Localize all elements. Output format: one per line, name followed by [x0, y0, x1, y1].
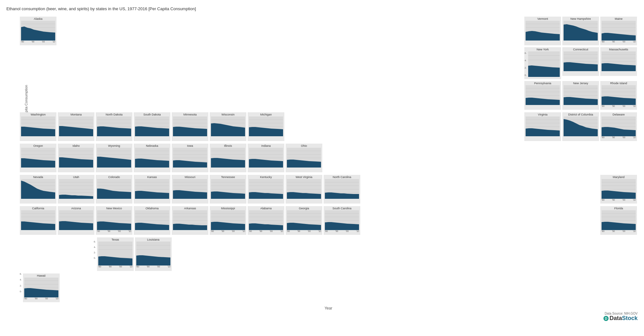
state-chart-michigan: Michigan — [248, 112, 284, 141]
state-chart-connecticut: Connecticut — [562, 47, 599, 76]
state-chart-washington: Washington — [20, 112, 56, 141]
state-chart-pennsylvania: Pennsylvania — [524, 81, 561, 110]
state-chart-west-virginia: West Virginia — [286, 175, 322, 204]
state-chart-south-carolina: South Carolina '80'90'00'10 — [324, 206, 360, 235]
state-chart-nebraska: Nebraska — [134, 144, 170, 172]
state-chart-tennessee: Tennessee — [210, 175, 246, 204]
row4-left: Nevada Utah — [19, 174, 361, 204]
row-ny-ct-ma: New York 6-4-2-0- — [524, 47, 638, 80]
state-chart-arizona: Arizona — [58, 206, 94, 235]
state-chart-new-hampshire: New Hampshire — [562, 17, 599, 45]
state-chart-ohio: Ohio — [286, 144, 322, 172]
state-chart-rhode-island: Rhode Island '8 — [600, 81, 637, 110]
row7: 6-4-2-0- Hawaii — [19, 273, 638, 303]
brand-icon: D — [603, 316, 609, 321]
state-chart-missouri: Missouri — [172, 175, 208, 204]
chart-inner-alaska — [21, 21, 55, 41]
state-chart-minnesota: Minnesota — [172, 112, 208, 141]
charts-area: Alaska '80'90'00'10 — [19, 16, 638, 310]
state-chart-maine: Maine — [600, 17, 637, 45]
state-chart-wyoming: Wyoming — [96, 144, 132, 172]
row5-right: Florida '80'90'00'10 — [600, 205, 638, 235]
ne-corner: Vermont — [524, 16, 638, 110]
state-chart-delaware: Delaware '80'90'00'10 — [600, 112, 637, 141]
state-chart-oregon: Oregon — [20, 144, 56, 172]
row3: Oregon Idaho — [19, 143, 638, 173]
state-chart-new-york: New York 6-4-2-0- — [524, 47, 561, 79]
state-chart-alabama: Alabama '80'90'00'10 — [248, 206, 284, 235]
state-chart-indiana: Indiana — [248, 144, 284, 172]
state-chart-nevada: Nevada — [20, 175, 56, 204]
state-chart-montana: Montana — [58, 112, 94, 141]
state-chart-texas: Texas '80'90'00'10 — [97, 237, 134, 271]
state-chart-mississippi: Mississippi '80'90'00'10 — [210, 206, 246, 235]
state-chart-kansas: Kansas — [134, 175, 170, 204]
state-chart-wisconsin: Wisconsin — [210, 112, 246, 141]
state-chart-new-mexico: New Mexico '80'90'00'10 — [96, 206, 132, 235]
row2-left: Washington Montana — [19, 112, 285, 142]
state-chart-kentucky: Kentucky — [248, 175, 284, 204]
main-container: Ethanol consumption (beer, wine, and spi… — [0, 0, 644, 323]
row5: California Arizona — [19, 205, 638, 235]
state-chart-illinois: Illinois — [210, 144, 246, 172]
row2-right: Virginia District of Columbia — [524, 112, 638, 142]
state-chart-virginia: Virginia — [524, 112, 561, 141]
row5-main: California Arizona — [19, 205, 361, 235]
row7-left: 6-4-2-0- Hawaii — [19, 273, 60, 303]
row-pa-nj-ri: Pennsylvania — [524, 80, 638, 110]
row6: 6-4-2-0- Texas '80'90'00'10 — [94, 237, 638, 272]
state-chart-iowa: Iowa — [172, 144, 208, 172]
state-chart-louisiana: Louisiana '80'90'00'10 — [135, 237, 172, 271]
state-chart-florida: Florida '80'90'00'10 — [600, 206, 637, 235]
state-chart-massachusetts: Massachusetts — [600, 47, 637, 76]
row2: Washington Montana — [19, 112, 638, 142]
row-alaska-ne: Alaska '80'90'00'10 — [19, 16, 638, 110]
state-chart-hawaii: Hawaii '80'90'0 — [23, 273, 60, 302]
state-chart-georgia: Georgia '80'90'00'10 — [286, 206, 322, 235]
state-chart-utah: Utah — [58, 175, 94, 204]
row-vermont-nh-maine: Vermont — [524, 16, 638, 46]
chart-x-labels-alaska: '80'90'00'10 — [20, 41, 56, 43]
row3-left: Oregon Idaho — [19, 143, 323, 173]
state-chart-north-dakota: North Dakota — [96, 112, 132, 141]
state-chart-california: California — [20, 206, 56, 235]
brand: D DataStock — [603, 315, 638, 322]
row4-right: Maryland '80'90'00'10 — [600, 174, 638, 204]
state-chart-colorado: Colorado — [96, 175, 132, 204]
state-chart-idaho: Idaho — [58, 144, 94, 172]
x-axis-label: Year — [19, 306, 638, 310]
state-chart-maryland: Maryland '80'90'00'10 — [600, 175, 637, 204]
state-chart-south-dakota: South Dakota — [134, 112, 170, 141]
state-chart-oklahoma: Oklahoma — [134, 206, 170, 235]
chart-title: Ethanol consumption (beer, wine, and spi… — [6, 6, 638, 11]
row4: Nevada Utah — [19, 174, 638, 204]
state-chart-vermont: Vermont — [524, 17, 561, 45]
state-chart-arkansas: Arkansas — [172, 206, 208, 235]
state-chart-new-jersey: New Jersey — [562, 81, 599, 110]
state-chart-dc: District of Columbia — [562, 112, 599, 141]
svg-text:D: D — [605, 317, 607, 320]
state-chart-north-carolina: North Carolina — [324, 175, 360, 204]
state-chart-alaska: Alaska '80'90'00'10 — [20, 17, 56, 45]
